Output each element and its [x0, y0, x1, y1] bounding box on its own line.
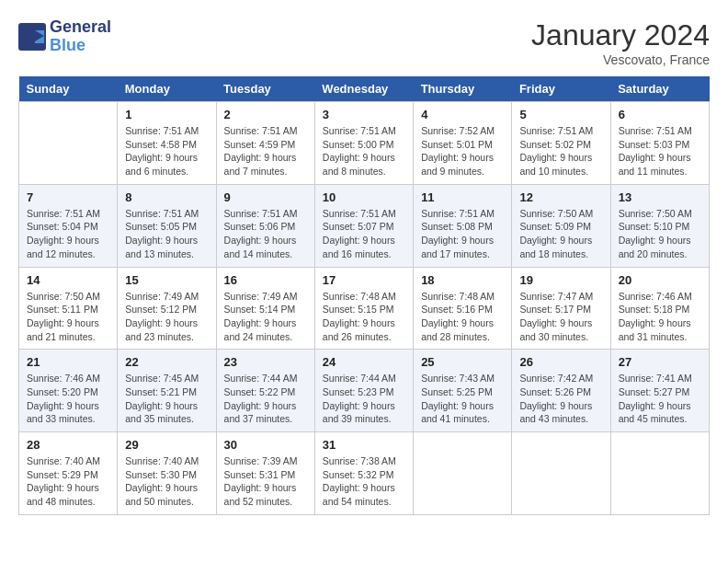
logo: General Blue — [18, 18, 111, 55]
calendar-day-cell: 28Sunrise: 7:40 AMSunset: 5:29 PMDayligh… — [19, 432, 118, 515]
day-number: 18 — [421, 273, 504, 287]
day-info: Sunrise: 7:44 AMSunset: 5:23 PMDaylight:… — [323, 372, 405, 426]
logo-icon — [18, 23, 46, 51]
day-number: 26 — [519, 355, 602, 369]
calendar-body: 1Sunrise: 7:51 AMSunset: 4:58 PMDaylight… — [19, 102, 710, 515]
calendar-day-cell: 9Sunrise: 7:51 AMSunset: 5:06 PMDaylight… — [216, 184, 314, 267]
day-info: Sunrise: 7:43 AMSunset: 5:25 PMDaylight:… — [421, 372, 504, 426]
calendar-day-cell: 22Sunrise: 7:45 AMSunset: 5:21 PMDayligh… — [118, 350, 216, 432]
day-number: 15 — [125, 273, 208, 287]
day-number: 11 — [421, 190, 504, 204]
logo-text: General Blue — [50, 18, 111, 55]
day-info: Sunrise: 7:50 AMSunset: 5:11 PMDaylight:… — [27, 290, 109, 344]
day-number: 29 — [125, 438, 208, 452]
calendar-day-cell: 3Sunrise: 7:51 AMSunset: 5:00 PMDaylight… — [314, 102, 413, 185]
calendar-day-cell: 29Sunrise: 7:40 AMSunset: 5:30 PMDayligh… — [118, 432, 216, 515]
calendar-day-cell: 25Sunrise: 7:43 AMSunset: 5:25 PMDayligh… — [414, 350, 512, 432]
page-header: General Blue January 2024 Vescovato, Fra… — [18, 18, 710, 67]
calendar-day-cell: 13Sunrise: 7:50 AMSunset: 5:10 PMDayligh… — [610, 184, 709, 267]
calendar-week-row: 28Sunrise: 7:40 AMSunset: 5:29 PMDayligh… — [19, 432, 710, 515]
calendar-day-cell: 24Sunrise: 7:44 AMSunset: 5:23 PMDayligh… — [314, 350, 413, 432]
weekday-header: Thursday — [414, 76, 512, 102]
month-title: January 2024 — [531, 18, 710, 52]
calendar-day-cell — [512, 432, 610, 515]
day-info: Sunrise: 7:39 AMSunset: 5:31 PMDaylight:… — [224, 454, 307, 509]
calendar-day-cell: 1Sunrise: 7:51 AMSunset: 4:58 PMDaylight… — [118, 102, 216, 185]
day-info: Sunrise: 7:48 AMSunset: 5:16 PMDaylight:… — [421, 290, 504, 344]
calendar-day-cell: 18Sunrise: 7:48 AMSunset: 5:16 PMDayligh… — [414, 267, 512, 350]
day-info: Sunrise: 7:49 AMSunset: 5:14 PMDaylight:… — [224, 290, 307, 344]
day-number: 25 — [421, 355, 504, 369]
weekday-header: Sunday — [19, 76, 118, 102]
calendar-day-cell: 16Sunrise: 7:49 AMSunset: 5:14 PMDayligh… — [216, 267, 314, 350]
day-number: 16 — [224, 273, 307, 287]
day-info: Sunrise: 7:51 AMSunset: 5:02 PMDaylight:… — [519, 124, 602, 178]
calendar-week-row: 21Sunrise: 7:46 AMSunset: 5:20 PMDayligh… — [19, 350, 710, 432]
day-info: Sunrise: 7:44 AMSunset: 5:22 PMDaylight:… — [224, 372, 307, 426]
calendar-day-cell: 11Sunrise: 7:51 AMSunset: 5:08 PMDayligh… — [414, 184, 512, 267]
day-info: Sunrise: 7:41 AMSunset: 5:27 PMDaylight:… — [619, 372, 701, 426]
calendar-day-cell: 26Sunrise: 7:42 AMSunset: 5:26 PMDayligh… — [512, 350, 610, 432]
day-number: 27 — [619, 355, 701, 369]
day-number: 30 — [224, 438, 307, 452]
day-info: Sunrise: 7:48 AMSunset: 5:15 PMDaylight:… — [323, 290, 405, 344]
day-number: 22 — [125, 355, 208, 369]
calendar-day-cell: 17Sunrise: 7:48 AMSunset: 5:15 PMDayligh… — [314, 267, 413, 350]
day-info: Sunrise: 7:51 AMSunset: 5:06 PMDaylight:… — [224, 207, 307, 261]
calendar-week-row: 14Sunrise: 7:50 AMSunset: 5:11 PMDayligh… — [19, 267, 710, 350]
day-info: Sunrise: 7:51 AMSunset: 5:00 PMDaylight:… — [323, 124, 405, 178]
day-number: 31 — [323, 438, 405, 452]
calendar-day-cell — [19, 102, 118, 185]
day-number: 12 — [519, 190, 602, 204]
weekday-header: Friday — [512, 76, 610, 102]
day-number: 17 — [323, 273, 405, 287]
day-info: Sunrise: 7:49 AMSunset: 5:12 PMDaylight:… — [125, 290, 208, 344]
calendar-day-cell: 10Sunrise: 7:51 AMSunset: 5:07 PMDayligh… — [314, 184, 413, 267]
day-info: Sunrise: 7:40 AMSunset: 5:30 PMDaylight:… — [125, 454, 208, 509]
day-info: Sunrise: 7:47 AMSunset: 5:17 PMDaylight:… — [519, 290, 602, 344]
calendar-day-cell: 7Sunrise: 7:51 AMSunset: 5:04 PMDaylight… — [19, 184, 118, 267]
calendar-day-cell: 12Sunrise: 7:50 AMSunset: 5:09 PMDayligh… — [512, 184, 610, 267]
day-number: 20 — [619, 273, 701, 287]
day-info: Sunrise: 7:51 AMSunset: 5:07 PMDaylight:… — [323, 207, 405, 261]
day-number: 14 — [27, 273, 109, 287]
calendar-day-cell: 31Sunrise: 7:38 AMSunset: 5:32 PMDayligh… — [314, 432, 413, 515]
day-number: 28 — [27, 438, 109, 452]
calendar-day-cell: 19Sunrise: 7:47 AMSunset: 5:17 PMDayligh… — [512, 267, 610, 350]
day-info: Sunrise: 7:51 AMSunset: 5:03 PMDaylight:… — [619, 124, 701, 178]
calendar-day-cell — [414, 432, 512, 515]
weekday-header: Saturday — [610, 76, 709, 102]
calendar-day-cell: 14Sunrise: 7:50 AMSunset: 5:11 PMDayligh… — [19, 267, 118, 350]
calendar-day-cell: 20Sunrise: 7:46 AMSunset: 5:18 PMDayligh… — [610, 267, 709, 350]
calendar-table: SundayMondayTuesdayWednesdayThursdayFrid… — [18, 76, 710, 515]
weekday-header: Wednesday — [314, 76, 413, 102]
day-info: Sunrise: 7:40 AMSunset: 5:29 PMDaylight:… — [27, 454, 109, 509]
calendar-day-cell: 4Sunrise: 7:52 AMSunset: 5:01 PMDaylight… — [414, 102, 512, 185]
weekday-header: Tuesday — [216, 76, 314, 102]
day-info: Sunrise: 7:45 AMSunset: 5:21 PMDaylight:… — [125, 372, 208, 426]
day-info: Sunrise: 7:51 AMSunset: 5:04 PMDaylight:… — [27, 207, 109, 261]
calendar-day-cell: 5Sunrise: 7:51 AMSunset: 5:02 PMDaylight… — [512, 102, 610, 185]
day-info: Sunrise: 7:51 AMSunset: 4:58 PMDaylight:… — [125, 124, 208, 178]
day-number: 7 — [27, 190, 109, 204]
calendar-header: SundayMondayTuesdayWednesdayThursdayFrid… — [19, 76, 710, 102]
day-number: 13 — [619, 190, 701, 204]
calendar-day-cell: 6Sunrise: 7:51 AMSunset: 5:03 PMDaylight… — [610, 102, 709, 185]
day-number: 2 — [224, 108, 307, 121]
day-number: 9 — [224, 190, 307, 204]
weekday-header-row: SundayMondayTuesdayWednesdayThursdayFrid… — [19, 76, 710, 102]
day-info: Sunrise: 7:46 AMSunset: 5:18 PMDaylight:… — [619, 290, 701, 344]
day-info: Sunrise: 7:50 AMSunset: 5:09 PMDaylight:… — [519, 207, 602, 261]
day-number: 8 — [125, 190, 208, 204]
calendar-week-row: 1Sunrise: 7:51 AMSunset: 4:58 PMDaylight… — [19, 102, 710, 185]
day-number: 21 — [27, 355, 109, 369]
calendar-day-cell: 30Sunrise: 7:39 AMSunset: 5:31 PMDayligh… — [216, 432, 314, 515]
calendar-day-cell: 15Sunrise: 7:49 AMSunset: 5:12 PMDayligh… — [118, 267, 216, 350]
day-number: 6 — [619, 108, 701, 121]
day-number: 19 — [519, 273, 602, 287]
day-number: 3 — [323, 108, 405, 121]
day-number: 1 — [125, 108, 208, 121]
calendar-day-cell: 23Sunrise: 7:44 AMSunset: 5:22 PMDayligh… — [216, 350, 314, 432]
calendar-day-cell — [610, 432, 709, 515]
calendar-day-cell: 21Sunrise: 7:46 AMSunset: 5:20 PMDayligh… — [19, 350, 118, 432]
